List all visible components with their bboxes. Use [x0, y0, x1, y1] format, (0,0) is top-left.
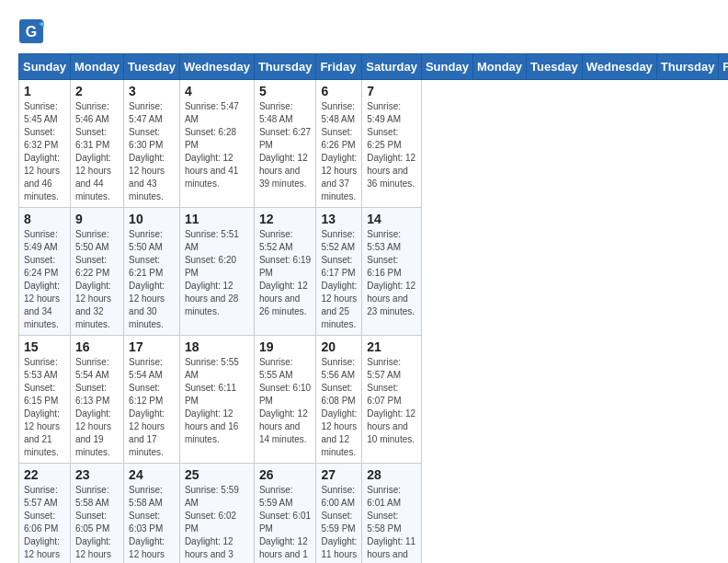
day-info: Sunrise: 5:58 AMSunset: 6:05 PMDaylight:…: [75, 485, 111, 563]
header-thursday: Thursday: [656, 54, 719, 80]
calendar-cell: 7 Sunrise: 5:49 AMSunset: 6:25 PMDayligh…: [362, 80, 422, 208]
calendar-cell: 25 Sunrise: 5:59 AMSunset: 6:02 PMDaylig…: [179, 464, 254, 564]
day-info: Sunrise: 5:50 AMSunset: 6:22 PMDaylight:…: [75, 229, 111, 329]
day-info: Sunrise: 5:59 AMSunset: 6:01 PMDaylight:…: [259, 485, 311, 563]
calendar-cell: 21 Sunrise: 5:57 AMSunset: 6:07 PMDaylig…: [362, 336, 422, 464]
day-number: 10: [129, 212, 175, 226]
day-number: 11: [185, 212, 249, 226]
day-info: Sunrise: 5:48 AMSunset: 6:26 PMDaylight:…: [321, 101, 357, 201]
day-number: 15: [24, 339, 65, 354]
day-info: Sunrise: 5:55 AMSunset: 6:11 PMDaylight:…: [185, 357, 239, 444]
day-number: 27: [321, 467, 357, 482]
day-info: Sunrise: 5:54 AMSunset: 6:12 PMDaylight:…: [129, 357, 165, 457]
calendar-cell: 11 Sunrise: 5:51 AMSunset: 6:20 PMDaylig…: [179, 208, 254, 336]
header-friday: Friday: [316, 54, 362, 80]
calendar-week-row: 1 Sunrise: 5:45 AMSunset: 6:32 PMDayligh…: [19, 80, 729, 208]
day-number: 26: [259, 467, 312, 482]
header-saturday: Saturday: [362, 54, 422, 80]
day-info: Sunrise: 5:48 AMSunset: 6:27 PMDaylight:…: [259, 101, 311, 189]
calendar-cell: 18 Sunrise: 5:55 AMSunset: 6:11 PMDaylig…: [179, 336, 254, 464]
svg-text:G: G: [26, 24, 37, 40]
calendar-cell: 24 Sunrise: 5:58 AMSunset: 6:03 PMDaylig…: [124, 464, 180, 564]
day-number: 5: [259, 84, 312, 98]
day-number: 9: [75, 212, 119, 226]
day-info: Sunrise: 5:51 AMSunset: 6:20 PMDaylight:…: [185, 229, 239, 316]
day-number: 16: [75, 339, 119, 354]
logo-icon: G: [18, 18, 44, 44]
day-info: Sunrise: 6:01 AMSunset: 5:58 PMDaylight:…: [367, 485, 415, 563]
calendar-cell: 14 Sunrise: 5:53 AMSunset: 6:16 PMDaylig…: [362, 208, 422, 336]
header-tuesday: Tuesday: [527, 54, 583, 80]
day-info: Sunrise: 5:46 AMSunset: 6:31 PMDaylight:…: [75, 101, 111, 201]
header-monday: Monday: [472, 54, 526, 80]
calendar-cell: 19 Sunrise: 5:55 AMSunset: 6:10 PMDaylig…: [254, 336, 316, 464]
calendar-cell: 20 Sunrise: 5:56 AMSunset: 6:08 PMDaylig…: [316, 336, 362, 464]
day-info: Sunrise: 5:57 AMSunset: 6:06 PMDaylight:…: [24, 485, 60, 563]
calendar-week-row: 8 Sunrise: 5:49 AMSunset: 6:24 PMDayligh…: [19, 208, 729, 336]
day-info: Sunrise: 5:52 AMSunset: 6:17 PMDaylight:…: [321, 229, 357, 329]
calendar-cell: 6 Sunrise: 5:48 AMSunset: 6:26 PMDayligh…: [316, 80, 362, 208]
calendar-cell: 26 Sunrise: 5:59 AMSunset: 6:01 PMDaylig…: [254, 464, 316, 564]
day-info: Sunrise: 5:49 AMSunset: 6:24 PMDaylight:…: [24, 229, 60, 329]
day-number: 18: [185, 339, 249, 354]
day-number: 12: [259, 212, 312, 226]
day-info: Sunrise: 5:47 AMSunset: 6:28 PMDaylight:…: [185, 101, 239, 189]
calendar-cell: 1 Sunrise: 5:45 AMSunset: 6:32 PMDayligh…: [19, 80, 71, 208]
calendar-cell: 8 Sunrise: 5:49 AMSunset: 6:24 PMDayligh…: [19, 208, 71, 336]
day-info: Sunrise: 5:57 AMSunset: 6:07 PMDaylight:…: [367, 357, 415, 444]
calendar-cell: 12 Sunrise: 5:52 AMSunset: 6:19 PMDaylig…: [254, 208, 316, 336]
day-info: Sunrise: 5:50 AMSunset: 6:21 PMDaylight:…: [129, 229, 165, 329]
calendar-header-row: SundayMondayTuesdayWednesdayThursdayFrid…: [19, 54, 729, 80]
day-number: 6: [321, 84, 357, 98]
day-number: 1: [24, 84, 65, 98]
calendar-cell: 3 Sunrise: 5:47 AMSunset: 6:30 PMDayligh…: [124, 80, 180, 208]
day-info: Sunrise: 6:00 AMSunset: 5:59 PMDaylight:…: [321, 485, 357, 563]
header-monday: Monday: [70, 54, 123, 80]
day-number: 25: [185, 467, 249, 482]
day-number: 4: [185, 84, 249, 98]
header-wednesday: Wednesday: [582, 54, 656, 80]
header-friday: Friday: [719, 54, 728, 80]
day-info: Sunrise: 5:47 AMSunset: 6:30 PMDaylight:…: [129, 101, 165, 201]
calendar-cell: 9 Sunrise: 5:50 AMSunset: 6:22 PMDayligh…: [70, 208, 123, 336]
header-tuesday: Tuesday: [124, 54, 180, 80]
day-number: 20: [321, 339, 357, 354]
calendar-cell: 23 Sunrise: 5:58 AMSunset: 6:05 PMDaylig…: [70, 464, 123, 564]
day-number: 19: [259, 339, 312, 354]
calendar-cell: 5 Sunrise: 5:48 AMSunset: 6:27 PMDayligh…: [254, 80, 316, 208]
day-number: 21: [367, 339, 416, 354]
header-thursday: Thursday: [254, 54, 316, 80]
calendar-cell: 22 Sunrise: 5:57 AMSunset: 6:06 PMDaylig…: [19, 464, 71, 564]
page-header: G: [18, 18, 710, 44]
day-info: Sunrise: 5:54 AMSunset: 6:13 PMDaylight:…: [75, 357, 111, 457]
day-info: Sunrise: 5:49 AMSunset: 6:25 PMDaylight:…: [367, 101, 415, 189]
logo: G: [18, 18, 47, 44]
day-number: 8: [24, 212, 65, 226]
day-number: 14: [367, 212, 416, 226]
calendar-cell: 28 Sunrise: 6:01 AMSunset: 5:58 PMDaylig…: [362, 464, 422, 564]
day-number: 23: [75, 467, 119, 482]
header-sunday: Sunday: [421, 54, 472, 80]
day-number: 28: [367, 467, 416, 482]
calendar-cell: 10 Sunrise: 5:50 AMSunset: 6:21 PMDaylig…: [124, 208, 180, 336]
day-info: Sunrise: 5:53 AMSunset: 6:15 PMDaylight:…: [24, 357, 60, 457]
day-number: 2: [75, 84, 119, 98]
day-info: Sunrise: 5:59 AMSunset: 6:02 PMDaylight:…: [185, 485, 239, 563]
day-number: 22: [24, 467, 65, 482]
day-number: 24: [129, 467, 175, 482]
calendar-cell: 15 Sunrise: 5:53 AMSunset: 6:15 PMDaylig…: [19, 336, 71, 464]
day-info: Sunrise: 5:45 AMSunset: 6:32 PMDaylight:…: [24, 101, 60, 201]
calendar-cell: 2 Sunrise: 5:46 AMSunset: 6:31 PMDayligh…: [70, 80, 123, 208]
calendar-cell: 17 Sunrise: 5:54 AMSunset: 6:12 PMDaylig…: [124, 336, 180, 464]
header-wednesday: Wednesday: [179, 54, 254, 80]
calendar-cell: 16 Sunrise: 5:54 AMSunset: 6:13 PMDaylig…: [70, 336, 123, 464]
day-info: Sunrise: 5:56 AMSunset: 6:08 PMDaylight:…: [321, 357, 357, 457]
day-info: Sunrise: 5:52 AMSunset: 6:19 PMDaylight:…: [259, 229, 311, 316]
calendar-cell: 13 Sunrise: 5:52 AMSunset: 6:17 PMDaylig…: [316, 208, 362, 336]
day-number: 7: [367, 84, 416, 98]
calendar-cell: 27 Sunrise: 6:00 AMSunset: 5:59 PMDaylig…: [316, 464, 362, 564]
day-number: 3: [129, 84, 175, 98]
day-info: Sunrise: 5:55 AMSunset: 6:10 PMDaylight:…: [259, 357, 311, 444]
day-number: 13: [321, 212, 357, 226]
day-number: 17: [129, 339, 175, 354]
